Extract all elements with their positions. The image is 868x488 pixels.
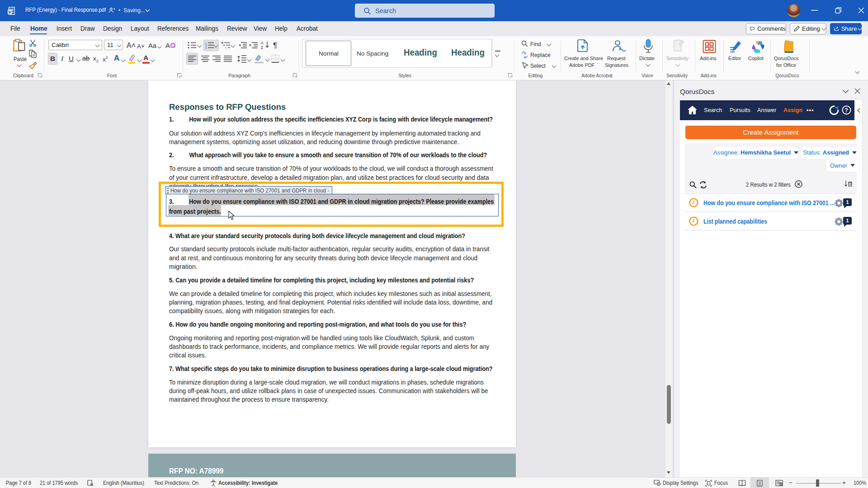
svg-text:c: c (524, 55, 526, 59)
svg-text:3: 3 (205, 47, 207, 49)
svg-text:?: ? (845, 107, 848, 113)
svg-text:A: A (261, 41, 264, 45)
svg-text:Z: Z (261, 45, 263, 49)
